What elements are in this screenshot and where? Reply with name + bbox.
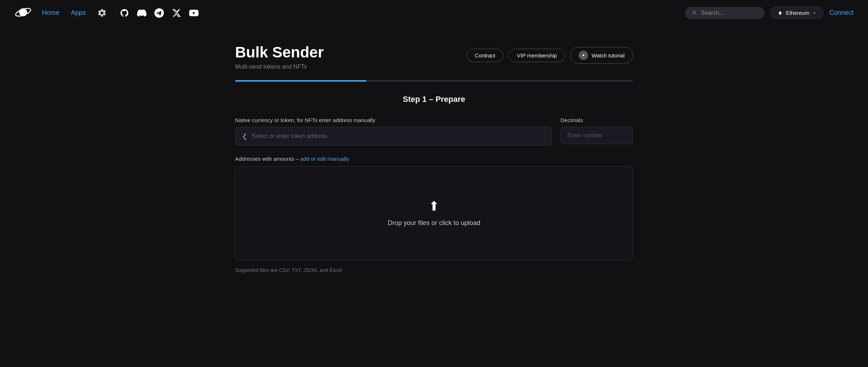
token-decimals-row: Native currency or token, for NFTs enter… <box>235 117 633 146</box>
decimals-group: Decimals <box>561 117 633 144</box>
social-icons <box>120 8 199 18</box>
twitter-icon[interactable] <box>172 8 181 18</box>
github-icon[interactable] <box>120 8 129 18</box>
chain-selector[interactable]: Ethereum <box>770 7 824 19</box>
nav-right: Ethereum Connect <box>685 7 854 19</box>
drop-zone[interactable]: ⬆︎ Drop your files or click to upload <box>235 166 633 260</box>
token-placeholder: Select or enter token address <box>252 133 327 139</box>
watch-tutorial-button[interactable]: Watch tutorial <box>570 47 633 64</box>
token-label: Native currency or token, for NFTs enter… <box>235 117 552 123</box>
youtube-icon[interactable] <box>189 8 199 18</box>
logo[interactable] <box>14 4 32 22</box>
search-icon <box>692 10 697 16</box>
token-chevron-icon: ❮ <box>242 132 247 140</box>
addresses-label: Addresses with amounts – add or edit man… <box>235 156 633 162</box>
supported-files: Supported files are CSV, TXT, JSON, and … <box>235 267 633 273</box>
page-title-block: Bulk Sender Multi-send tokens and NFTs <box>235 44 324 70</box>
contract-button[interactable]: Contract <box>467 49 504 62</box>
search-box[interactable] <box>685 7 765 19</box>
apps-link[interactable]: Apps <box>71 9 86 17</box>
search-input[interactable] <box>701 10 757 16</box>
main-content: Bulk Sender Multi-send tokens and NFTs C… <box>221 26 647 295</box>
decimals-label: Decimals <box>561 117 633 123</box>
step-title: Step 1 – Prepare <box>235 95 633 104</box>
header-actions: Contract VIP membership Watch tutorial <box>467 47 633 64</box>
drop-text: Drop your files or click to upload <box>388 219 480 227</box>
navbar: Home Apps <box>0 0 868 26</box>
play-icon <box>579 51 588 60</box>
add-edit-link[interactable]: add or edit manually <box>300 156 349 162</box>
telegram-icon[interactable] <box>154 8 164 18</box>
home-link[interactable]: Home <box>42 9 59 17</box>
vip-membership-button[interactable]: VIP membership <box>509 49 565 62</box>
chain-label: Ethereum <box>786 10 809 16</box>
decimals-input[interactable] <box>561 127 633 144</box>
nav-links: Home Apps <box>42 8 107 18</box>
connect-button[interactable]: Connect <box>829 9 854 17</box>
progress-bar <box>235 80 633 82</box>
tutorial-label: Watch tutorial <box>592 52 625 59</box>
page-subtitle: Multi-send tokens and NFTs <box>235 64 324 70</box>
settings-icon[interactable] <box>97 8 107 18</box>
chevron-down-icon <box>812 11 817 15</box>
discord-icon[interactable] <box>137 8 146 18</box>
page-header: Bulk Sender Multi-send tokens and NFTs C… <box>235 44 633 70</box>
ethereum-icon <box>777 10 783 16</box>
upload-icon: ⬆︎ <box>429 200 439 213</box>
token-select[interactable]: ❮ Select or enter token address <box>235 127 552 146</box>
token-group: Native currency or token, for NFTs enter… <box>235 117 552 146</box>
progress-bar-fill <box>235 80 366 82</box>
page-title: Bulk Sender <box>235 44 324 61</box>
